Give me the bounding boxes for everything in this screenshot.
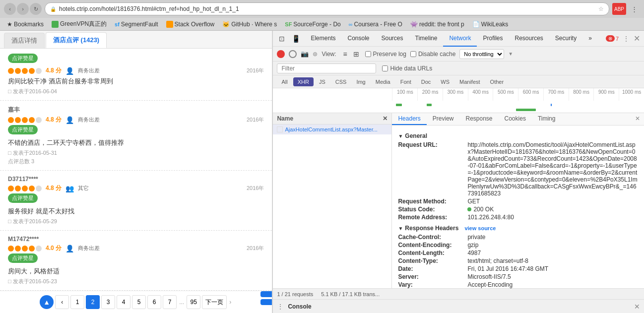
camera-icon[interactable]: 📷 [301, 50, 309, 58]
content-length-row: Content-Length: 4987 [398, 250, 638, 256]
tab-sources[interactable]: Sources [376, 31, 409, 47]
tab-more[interactable]: » [582, 31, 598, 47]
rating-btn-3[interactable]: 点评赞星 [8, 253, 38, 263]
type-font-button[interactable]: Font [396, 77, 416, 86]
disable-cache-checkbox[interactable] [410, 51, 416, 57]
scroll-up-button[interactable]: ▲ [40, 295, 54, 309]
page-2-button[interactable]: 2 [86, 295, 100, 309]
tab-console[interactable]: Console [341, 31, 375, 47]
close-request-icon[interactable]: ✕ [383, 115, 387, 122]
bookmark-reddit[interactable]: 👾 reddit: the front p [407, 20, 467, 29]
content-type-label: Content-Type: [398, 257, 467, 264]
details-tab-preview[interactable]: Preview [427, 113, 460, 125]
filter-input[interactable] [277, 63, 376, 73]
request-method-val: GET [467, 198, 480, 205]
request-item[interactable]: AjaxHotelCommentList.aspx?Master... [273, 125, 391, 134]
tab-timeline[interactable]: Timeline [409, 31, 444, 47]
tab-security[interactable]: Security [549, 31, 582, 47]
type-xhr-button[interactable]: XHR [293, 77, 314, 86]
bookmark-wikileaks[interactable]: 📄 WikiLeaks [469, 20, 512, 29]
hide-data-urls-checkbox[interactable] [382, 65, 388, 71]
stop-button[interactable] [289, 50, 297, 58]
grid-view-icon[interactable]: ⊞ [351, 49, 361, 59]
year-1: 2016年 [247, 116, 264, 124]
consult-button[interactable]: 在线咨询 [260, 299, 272, 305]
type-ws-button[interactable]: WS [436, 77, 454, 86]
page-5-button[interactable]: 5 [132, 295, 146, 309]
console-close-button[interactable]: ✕ [634, 303, 640, 311]
console-label[interactable]: Console [288, 303, 311, 310]
rating-score-0: 4.8 分 [46, 66, 62, 75]
page-1-button[interactable]: 1 [70, 295, 84, 309]
list-view-icon[interactable]: ≡ [340, 49, 350, 59]
details-tab-cookies[interactable]: Cookies [499, 113, 532, 125]
bookmark-stackoverflow[interactable]: Stack Overflow [163, 20, 218, 29]
details-tab-response[interactable]: Response [459, 113, 498, 125]
triangle-icon: ▼ [398, 133, 403, 139]
filter-icon[interactable]: ⊛ [313, 51, 318, 58]
details-tab-timing[interactable]: Timing [532, 113, 562, 125]
address-bar[interactable]: 🔒 hotels.ctrip.com/hotel/1816376.html#ct… [45, 2, 609, 15]
remote-address-row: Remote Address: 101.226.248.4:80 [398, 214, 638, 221]
bookmark-coursera[interactable]: ∞ Coursera - Free O [346, 20, 405, 29]
page-prev-button[interactable]: ‹ [55, 295, 69, 309]
extensions-button[interactable]: ABP [612, 3, 626, 15]
back-button[interactable]: ‹ [4, 3, 16, 15]
tab-resources[interactable]: Resources [509, 31, 549, 47]
page-6-button[interactable]: 6 [147, 295, 161, 309]
bookmark-label: WikiLeaks [481, 21, 509, 28]
bookmark-segmentfault[interactable]: sf SegmentFault [112, 20, 161, 29]
type-media-button[interactable]: Media [371, 77, 395, 86]
view-source-link[interactable]: view source [464, 225, 496, 231]
tab-hotel-reviews[interactable]: 酒店点评 (1423) [46, 32, 107, 48]
rating-btn-2[interactable]: 点评赞星 [8, 193, 38, 203]
type-img-button[interactable]: Img [352, 77, 370, 86]
record-button[interactable] [277, 50, 285, 58]
throttle-chevron-icon: ▼ [508, 51, 513, 57]
tab-network[interactable]: Network [443, 31, 477, 47]
reddit-icon: 👾 [410, 21, 418, 28]
devtools-inspect-icon[interactable]: ⊡ [277, 34, 287, 44]
type-js-button[interactable]: JS [315, 77, 330, 86]
bookmark-greenvpn[interactable]: GreenVPN真正的 [49, 19, 110, 29]
type-other-button[interactable]: Other [486, 77, 509, 86]
devtools-more-icon[interactable]: ⋮ [623, 35, 630, 43]
tab-hotel-detail[interactable]: 酒店详情 [4, 33, 45, 48]
type-doc-button[interactable]: Doc [417, 77, 436, 86]
network-toolbar: 📷 ⊛ View: ≡ ⊞ Preserve log Disable cache… [273, 47, 644, 62]
pagination-area: ▲ ‹ 1 2 3 4 5 6 7 ... 95 下一页 › 建议反馈 [0, 291, 272, 313]
tab-elements[interactable]: Elements [305, 31, 341, 47]
page-4-button[interactable]: 4 [117, 295, 130, 309]
request-details: Headers Preview Response Cookies Timing … [392, 113, 644, 288]
reload-button[interactable]: ↻ [30, 3, 42, 15]
rating-btn-1[interactable]: 点评赞星 [8, 125, 38, 134]
page-95-button[interactable]: 95 [187, 295, 200, 309]
page-7-button[interactable]: 7 [163, 295, 177, 309]
rating-btn-0[interactable]: 点评赞星 [8, 54, 38, 63]
type-manifest-button[interactable]: Manifest [455, 77, 485, 86]
type-css-button[interactable]: CSS [331, 77, 351, 86]
date-label: Date: [398, 265, 467, 272]
page-next-button[interactable]: 下一页 [202, 295, 227, 309]
devtools-panel: ⊡ 📱 Elements Console Sources Timeline Ne… [272, 31, 644, 313]
bookmark-sourceforge[interactable]: SF SourceForge - Do [282, 20, 343, 29]
devtools-close-button[interactable]: ✕ [634, 34, 640, 43]
review-date-3: 发表于2016-05-23 [8, 278, 264, 285]
content-encoding-label: Content-Encoding: [398, 242, 467, 249]
page-3-button[interactable]: 3 [101, 295, 115, 309]
throttle-select[interactable]: No throttling [459, 49, 504, 59]
bookmark-bookmarks[interactable]: ★ Bookmarks [4, 20, 47, 29]
preserve-log-checkbox[interactable] [365, 51, 371, 57]
type-all-button[interactable]: All [277, 77, 292, 86]
details-close-button[interactable]: ✕ [631, 113, 644, 125]
feedback-button[interactable]: 建议反馈 [260, 291, 272, 297]
devtools-responsive-icon[interactable]: 📱 [291, 34, 301, 44]
forward-button[interactable]: › [17, 3, 29, 15]
content-type-val: text/html; charset=utf-8 [467, 257, 528, 264]
details-tab-headers[interactable]: Headers [392, 113, 426, 125]
bookmark-github[interactable]: 🐱 GitHub · Where s [219, 20, 280, 29]
menu-button[interactable]: ⋮ [628, 3, 640, 15]
tab-profiles[interactable]: Profiles [477, 31, 509, 47]
request-url-val: http://hotels.ctrip.com/Domestic/tool/Aj… [467, 141, 638, 197]
bookmark-star-icon[interactable]: ☆ [598, 5, 604, 12]
